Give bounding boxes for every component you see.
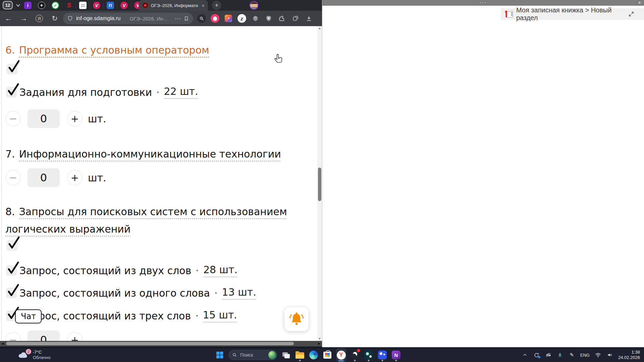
query-checkbox[interactable] — [6, 265, 17, 276]
volume-icon[interactable] — [606, 351, 613, 359]
address-bar[interactable]: inf-oge.sdamgia.ru ОГЭ–2026, Ин... ⋯ — [63, 13, 193, 24]
scroll-up-icon[interactable]: ▲ — [317, 27, 322, 30]
scroll-left-icon[interactable]: ◀ — [0, 341, 5, 346]
section-7-link[interactable]: Информационно-коммуникационные технологи… — [19, 148, 281, 160]
wifi-icon[interactable] — [595, 351, 601, 359]
notifications-bell-button[interactable] — [284, 307, 309, 331]
tab-groups-icon[interactable] — [291, 14, 300, 23]
alice-assistant-icon[interactable] — [211, 14, 219, 23]
onedrive-offline-icon[interactable] — [545, 351, 552, 359]
vertical-scroll-thumb[interactable] — [318, 168, 321, 201]
scroll-down-icon[interactable]: ▼ — [317, 337, 322, 340]
increment-button[interactable]: + — [67, 170, 83, 185]
pen-icon[interactable]: ✎ — [569, 351, 575, 359]
pinned-tab-i-icon[interactable]: i — [24, 2, 32, 9]
zoom-icon[interactable] — [197, 14, 206, 23]
protect-shield-icon[interactable] — [264, 14, 273, 23]
section-8-checkbox[interactable] — [7, 240, 17, 251]
tray-overflow-button[interactable] — [522, 351, 528, 359]
tab-close-icon[interactable]: × — [202, 3, 205, 8]
weather-widget[interactable]: 2 -7°C Облачно — [17, 348, 51, 362]
language-indicator[interactable]: ENG — [580, 353, 590, 358]
address-more-icon[interactable]: ⋯ — [175, 15, 180, 22]
blue-app-button[interactable] — [377, 348, 387, 362]
cube-extension-icon[interactable] — [251, 14, 260, 23]
store-button[interactable] — [322, 348, 332, 362]
forward-button[interactable]: → — [18, 13, 30, 24]
decrement-button[interactable]: − — [5, 332, 21, 341]
site-shield-icon[interactable] — [67, 15, 73, 21]
screenshot-icon[interactable]: ➚ — [225, 15, 232, 22]
notebook-breadcrumb[interactable]: Моя записная книжка > Новый раздел 2 — [501, 8, 644, 20]
item-count-link[interactable]: 15 шт. — [203, 309, 237, 322]
search-input[interactable] — [239, 352, 266, 358]
scroll-right-icon[interactable]: ▶ — [317, 341, 322, 346]
start-button[interactable] — [215, 348, 225, 362]
active-tab[interactable]: ОГЭ–2026, Информати × — [139, 0, 208, 11]
pinned-tab-p-icon[interactable]: П — [107, 2, 114, 9]
bookmark-icon[interactable] — [183, 16, 189, 21]
section-8-link[interactable]: Запросы для поисковых систем с использов… — [5, 206, 287, 235]
section-6-checkbox[interactable] — [7, 64, 17, 74]
item-label: Задания для подготовки — [19, 86, 152, 98]
search-daily-image[interactable] — [268, 351, 276, 359]
back-button[interactable]: ← — [3, 13, 14, 24]
yandex-browser-button[interactable]: Y — [336, 348, 346, 362]
increment-button[interactable]: + — [67, 332, 83, 341]
pinned-tab-sparkle-icon[interactable] — [38, 2, 45, 9]
microphone-icon[interactable] — [557, 351, 564, 359]
url-text[interactable]: inf-oge.sdamgia.ru — [76, 15, 121, 21]
obs-button[interactable] — [350, 348, 360, 362]
teal-app-button[interactable] — [364, 348, 374, 362]
prep-tasks-checkbox[interactable] — [6, 87, 17, 98]
extensions-puzzle-icon[interactable] — [278, 14, 286, 23]
item-count-link[interactable]: 13 шт. — [222, 286, 256, 300]
tab-strip: 12 i ✓ S V П V V — [0, 0, 322, 11]
extension-z-icon[interactable]: z — [237, 14, 246, 23]
downloads-icon[interactable] — [305, 14, 313, 23]
decrement-button[interactable]: − — [5, 170, 21, 185]
mouse-cursor — [274, 54, 283, 66]
pinned-tab-sber-icon[interactable]: ✓ — [52, 2, 59, 9]
file-explorer-button[interactable] — [295, 348, 305, 362]
vertical-scrollbar[interactable]: ▲ ▼ — [317, 26, 322, 341]
increment-button[interactable]: + — [67, 111, 83, 126]
refresh-button[interactable]: ↻ — [49, 13, 60, 24]
tab-title: ОГЭ–2026, Информати — [151, 3, 198, 8]
quantity-input[interactable] — [28, 330, 60, 341]
pinned-tab-white-icon[interactable] — [79, 2, 87, 9]
taskbar-search[interactable] — [228, 350, 277, 360]
horizontal-scroll-thumb[interactable] — [6, 342, 294, 345]
pinned-tab-v-icon[interactable]: V — [93, 2, 100, 9]
quantity-input[interactable] — [28, 168, 60, 187]
profile-avatar[interactable] — [250, 1, 258, 10]
yandex-home-button[interactable]: Я — [34, 13, 45, 24]
chat-button[interactable]: Чат — [15, 309, 42, 323]
quantity-input[interactable] — [28, 109, 60, 128]
edge-button[interactable] — [309, 348, 319, 362]
onenote-button[interactable]: N — [391, 348, 401, 362]
window-close-icon[interactable]: × — [638, 0, 642, 5]
window-drag-handle[interactable]: ··· × — [322, 0, 644, 6]
item-label: Запрос, состоящий из трех слов — [19, 310, 191, 322]
decrement-button[interactable]: − — [5, 111, 21, 126]
tabs-dropdown-icon[interactable] — [15, 3, 21, 8]
item-count-link[interactable]: 22 шт. — [164, 85, 198, 99]
section-8-number: 8. — [5, 206, 15, 218]
divider — [131, 3, 131, 8]
pinned-tab-red-s-icon[interactable]: S — [65, 2, 73, 9]
pinned-tab-v-icon[interactable]: V — [120, 2, 128, 9]
query-checkbox[interactable] — [6, 288, 17, 298]
section-7-number: 7. — [5, 148, 15, 160]
item-count-link[interactable]: 28 шт. — [203, 264, 237, 277]
new-tab-button[interactable]: + — [212, 1, 221, 10]
tab-counter-button[interactable]: 12 — [3, 1, 13, 9]
sync-icon[interactable] — [533, 351, 540, 359]
expand-window-button[interactable] — [623, 8, 640, 20]
task-view-button[interactable] — [281, 348, 291, 362]
item-label: Запрос, состоящий из двух слов — [19, 265, 191, 277]
store-icon — [323, 352, 331, 359]
section-6-link[interactable]: Программа с условным оператором — [19, 44, 209, 56]
clock[interactable]: 1:38 24.02.2026 — [618, 350, 640, 360]
horizontal-scrollbar[interactable]: ◀ ▶ — [0, 341, 322, 346]
